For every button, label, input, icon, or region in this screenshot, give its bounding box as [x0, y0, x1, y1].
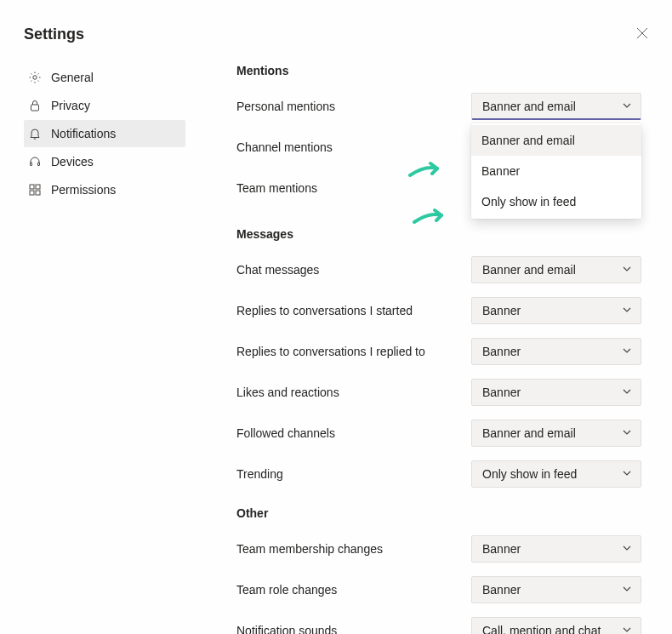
svg-point-2	[33, 76, 37, 79]
sidebar-item-general[interactable]: General	[24, 64, 185, 91]
close-icon	[636, 29, 648, 42]
row-followed-channels: Followed channels Banner and email	[236, 420, 641, 447]
dropdown-replies-started[interactable]: Banner	[471, 297, 641, 324]
svg-rect-8	[30, 191, 34, 195]
settings-sidebar: General Privacy Notifications	[24, 64, 185, 634]
page-title: Settings	[24, 26, 84, 43]
dropdown-value: Banner and email	[482, 100, 576, 113]
chevron-down-icon	[622, 624, 632, 634]
dropdown-replies-replied[interactable]: Banner	[471, 338, 641, 365]
section-messages: Messages Chat messages Banner and email …	[236, 227, 641, 488]
close-button[interactable]	[633, 24, 652, 45]
settings-header: Settings	[24, 24, 652, 45]
dropdown-value: Banner	[482, 583, 521, 597]
dropdown-option-only-show-in-feed[interactable]: Only show in feed	[471, 186, 641, 217]
dropdown-role-changes[interactable]: Banner	[471, 576, 641, 603]
setting-label: Replies to conversations I replied to	[236, 345, 425, 358]
setting-label: Replies to conversations I started	[236, 304, 413, 317]
row-personal-mentions: Personal mentions Banner and email Banne…	[236, 93, 641, 120]
sidebar-item-label: Notifications	[51, 127, 116, 140]
row-likes-reactions: Likes and reactions Banner	[236, 379, 641, 406]
dropdown-value: Banner and email	[482, 426, 576, 440]
svg-rect-3	[31, 105, 39, 111]
dropdown-notification-sounds[interactable]: Call, mention and chat	[471, 617, 641, 634]
section-heading-other: Other	[236, 506, 641, 520]
setting-label: Followed channels	[236, 426, 335, 440]
row-replies-replied: Replies to conversations I replied to Ba…	[236, 338, 641, 365]
gear-icon	[27, 70, 43, 85]
sidebar-item-label: General	[51, 71, 94, 84]
dropdown-value: Only show in feed	[482, 467, 577, 481]
row-chat-messages: Chat messages Banner and email	[236, 256, 641, 283]
chevron-down-icon	[622, 263, 632, 277]
chevron-down-icon	[622, 304, 632, 317]
chevron-down-icon	[622, 426, 632, 440]
dropdown-menu-personal-mentions: Banner and email Banner Only show in fee…	[471, 123, 641, 219]
svg-rect-7	[36, 185, 40, 189]
row-role-changes: Team role changes Banner	[236, 576, 641, 603]
dropdown-value: Call, mention and chat	[482, 624, 601, 634]
row-replies-started: Replies to conversations I started Banne…	[236, 297, 641, 324]
settings-main: Mentions Personal mentions Banner and em…	[185, 64, 652, 634]
headset-icon	[27, 154, 43, 169]
dropdown-followed-channels[interactable]: Banner and email	[471, 420, 641, 447]
setting-label: Trending	[236, 467, 283, 481]
dropdown-value: Banner	[482, 386, 521, 399]
section-other: Other Team membership changes Banner Tea…	[236, 506, 641, 634]
setting-label: Notification sounds	[236, 624, 337, 634]
dropdown-value: Banner and email	[482, 263, 576, 277]
setting-label: Team membership changes	[236, 542, 383, 556]
row-membership-changes: Team membership changes Banner	[236, 535, 641, 563]
sidebar-item-devices[interactable]: Devices	[24, 148, 185, 175]
sidebar-item-label: Privacy	[51, 99, 90, 112]
chevron-down-icon	[622, 467, 632, 481]
setting-label: Likes and reactions	[236, 386, 339, 399]
chevron-down-icon	[622, 542, 632, 556]
chevron-down-icon	[622, 100, 632, 113]
dropdown-chat-messages[interactable]: Banner and email	[471, 256, 641, 283]
setting-label: Channel mentions	[236, 140, 333, 154]
sidebar-item-notifications[interactable]: Notifications	[24, 120, 185, 147]
sidebar-item-label: Permissions	[51, 183, 116, 197]
svg-rect-6	[30, 185, 34, 189]
apps-icon	[27, 182, 43, 197]
sidebar-item-permissions[interactable]: Permissions	[24, 176, 185, 203]
sidebar-item-label: Devices	[51, 155, 94, 168]
dropdown-likes-reactions[interactable]: Banner	[471, 379, 641, 406]
chevron-down-icon	[622, 345, 632, 358]
dropdown-membership-changes[interactable]: Banner	[471, 535, 641, 563]
bell-icon	[27, 126, 43, 141]
dropdown-personal-mentions[interactable]: Banner and email	[471, 93, 641, 120]
dropdown-value: Banner	[482, 345, 521, 358]
setting-label: Team role changes	[236, 583, 337, 597]
row-trending: Trending Only show in feed	[236, 460, 641, 488]
section-heading-mentions: Mentions	[236, 64, 641, 77]
setting-label: Team mentions	[236, 181, 317, 195]
setting-label: Personal mentions	[236, 100, 335, 113]
dropdown-value: Banner	[482, 542, 521, 556]
dropdown-trending[interactable]: Only show in feed	[471, 460, 641, 488]
dropdown-option-banner-and-email[interactable]: Banner and email	[471, 125, 641, 156]
setting-label: Chat messages	[236, 263, 319, 277]
sidebar-item-privacy[interactable]: Privacy	[24, 92, 185, 119]
chevron-down-icon	[622, 386, 632, 399]
section-mentions: Mentions Personal mentions Banner and em…	[236, 64, 641, 202]
lock-icon	[27, 98, 43, 113]
dropdown-option-banner[interactable]: Banner	[471, 156, 641, 186]
chevron-down-icon	[622, 583, 632, 597]
row-notification-sounds: Notification sounds Call, mention and ch…	[236, 617, 641, 634]
dropdown-value: Banner	[482, 304, 521, 317]
section-heading-messages: Messages	[236, 227, 641, 241]
svg-rect-9	[36, 191, 40, 195]
